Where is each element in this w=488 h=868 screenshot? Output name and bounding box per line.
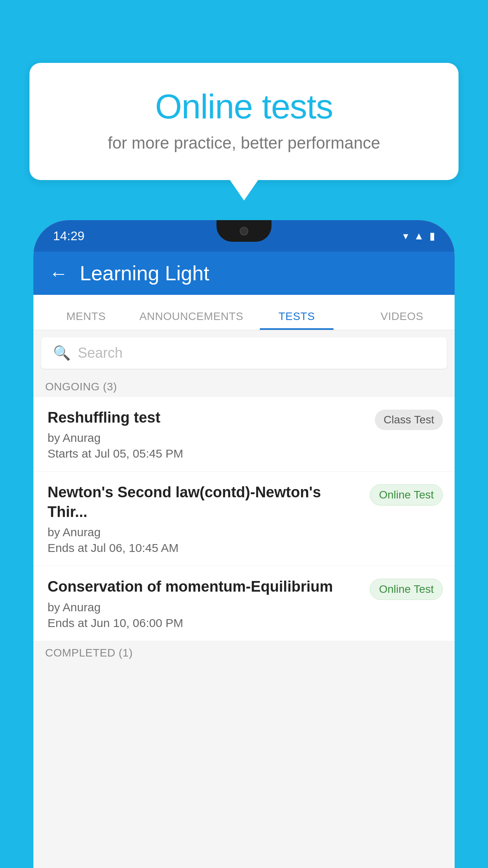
tab-ments[interactable]: MENTS — [33, 310, 139, 330]
status-time: 14:29 — [53, 229, 84, 243]
ongoing-section-label: ONGOING (3) — [33, 376, 455, 397]
test-time-1: Starts at Jul 05, 05:45 PM — [48, 447, 367, 460]
badge-online-test-2: Online Test — [370, 484, 443, 506]
time-label-3: Ends at — [48, 616, 88, 629]
test-list: Reshuffling test by Anurag Starts at Jul… — [33, 397, 455, 641]
test-info-2: Newton's Second law(contd)-Newton's Thir… — [48, 483, 362, 555]
wifi-icon: ▾ — [403, 230, 408, 242]
bubble-subtitle: for more practice, better performance — [61, 134, 427, 153]
test-name-3: Conservation of momentum-Equilibrium — [48, 577, 362, 596]
test-info-1: Reshuffling test by Anurag Starts at Jul… — [48, 408, 367, 460]
time-label-1: Starts at — [48, 447, 92, 460]
tab-tests[interactable]: TESTS — [244, 310, 349, 330]
test-name-1: Reshuffling test — [48, 408, 367, 427]
status-icons: ▾ ▲ ▮ — [403, 230, 435, 242]
badge-online-test-3: Online Test — [370, 579, 443, 600]
tab-announcements[interactable]: ANNOUNCEMENTS — [139, 310, 244, 330]
test-name-2: Newton's Second law(contd)-Newton's Thir… — [48, 483, 362, 522]
phone-notch — [216, 220, 272, 242]
back-button[interactable]: ← — [49, 263, 68, 284]
badge-class-test-1: Class Test — [375, 410, 443, 430]
test-author-1: by Anurag — [48, 431, 367, 445]
test-time-3: Ends at Jun 10, 06:00 PM — [48, 616, 362, 630]
time-value-1: Jul 05, 05:45 PM — [95, 447, 183, 460]
time-value-3: Jun 10, 06:00 PM — [91, 616, 183, 629]
test-item-2[interactable]: Newton's Second law(contd)-Newton's Thir… — [33, 472, 455, 566]
search-bar[interactable]: 🔍 Search — [41, 337, 447, 369]
battery-icon: ▮ — [429, 230, 435, 242]
bubble-title: Online tests — [61, 86, 427, 127]
search-placeholder: Search — [78, 345, 123, 361]
test-item-1[interactable]: Reshuffling test by Anurag Starts at Jul… — [33, 397, 455, 472]
test-time-2: Ends at Jul 06, 10:45 AM — [48, 541, 362, 555]
test-author-2: by Anurag — [48, 526, 362, 539]
test-item-3[interactable]: Conservation of momentum-Equilibrium by … — [33, 566, 455, 641]
time-label-2: Ends at — [48, 541, 88, 554]
status-bar: 14:29 ▾ ▲ ▮ — [33, 220, 455, 252]
phone-frame: 14:29 ▾ ▲ ▮ ← Learning Light MENTS ANNOU… — [33, 220, 455, 868]
phone-camera — [240, 227, 248, 235]
search-icon: 🔍 — [53, 345, 71, 361]
test-info-3: Conservation of momentum-Equilibrium by … — [48, 577, 362, 629]
tab-bar: MENTS ANNOUNCEMENTS TESTS VIDEOS — [33, 295, 455, 330]
phone-body: 🔍 Search ONGOING (3) Reshuffling test by… — [33, 330, 455, 868]
test-author-3: by Anurag — [48, 601, 362, 614]
tab-videos[interactable]: VIDEOS — [349, 310, 455, 330]
phone-inner: 14:29 ▾ ▲ ▮ ← Learning Light MENTS ANNOU… — [33, 220, 455, 868]
speech-bubble: Online tests for more practice, better p… — [29, 63, 459, 180]
app-header: ← Learning Light — [33, 252, 455, 295]
app-title: Learning Light — [80, 261, 209, 285]
completed-section-label: COMPLETED (1) — [33, 641, 455, 663]
time-value-2: Jul 06, 10:45 AM — [91, 541, 178, 554]
signal-icon: ▲ — [414, 230, 424, 242]
